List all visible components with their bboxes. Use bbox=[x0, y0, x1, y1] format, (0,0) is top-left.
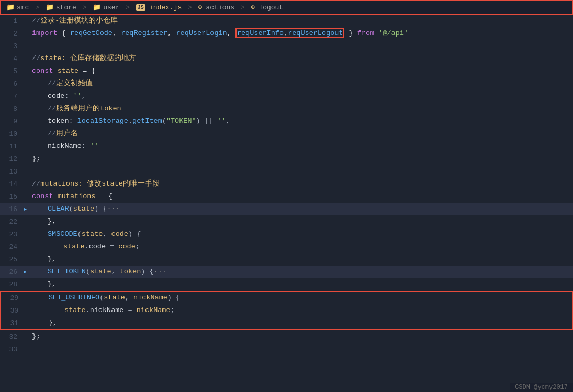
code-line-24: 24 state.code = code; bbox=[0, 240, 573, 253]
code-line-14: 14 //mutations: 修改state的唯一手段 bbox=[0, 178, 573, 190]
code-line-33: 33 bbox=[0, 343, 573, 355]
code-line-13: 13 bbox=[0, 165, 573, 178]
code-line-31: 31 }, bbox=[1, 317, 572, 329]
code-line-3: 3 bbox=[0, 40, 573, 52]
js-icon: JS bbox=[136, 4, 145, 11]
breadcrumb-indexjs[interactable]: JS index.js bbox=[136, 4, 182, 11]
code-line-7: 7 code: '', bbox=[0, 90, 573, 102]
code-line-25: 25 }, bbox=[0, 253, 573, 266]
symbol-icon-1: ⊕ bbox=[198, 3, 203, 11]
breadcrumb: 📁 src > 📁 store > 📁 user > JS index.js >… bbox=[0, 0, 573, 15]
code-line-4: 4 //state: 仓库存储数据的地方 bbox=[0, 52, 573, 65]
code-line-10: 10 //用户名 bbox=[0, 128, 573, 140]
breadcrumb-store[interactable]: 📁 store bbox=[46, 3, 76, 11]
code-editor: 1 //登录-注册模块的小仓库 2 import { reqGetCode, r… bbox=[0, 15, 573, 392]
code-line-11: 11 nickName: '' bbox=[0, 140, 573, 153]
code-line-16: 16 ▶ CLEAR(state) {··· bbox=[0, 203, 573, 215]
code-line-15: 15 const mutations = { bbox=[0, 190, 573, 203]
code-line-23: 23 SMSCODE(state, code) { bbox=[0, 228, 573, 240]
sep-2: > bbox=[78, 4, 91, 11]
code-line-6: 6 //定义初始值 bbox=[0, 77, 573, 90]
folder-icon: 📁 bbox=[6, 3, 15, 11]
folder-icon-2: 📁 bbox=[46, 3, 54, 11]
sep-3: > bbox=[121, 4, 133, 11]
folder-icon-3: 📁 bbox=[93, 3, 101, 11]
code-line-5: 5 const state = { bbox=[0, 65, 573, 77]
code-line-26: 26 ▶ SET_TOKEN(state, token) {··· bbox=[0, 266, 573, 278]
code-line-12: 12 }; bbox=[0, 153, 573, 165]
sep-4: > bbox=[184, 4, 196, 11]
symbol-icon-2: ⊕ bbox=[251, 3, 255, 11]
code-line-30: 30 state.nickName = nickName; bbox=[1, 304, 572, 317]
code-line-2: 2 import { reqGetCode, reqRegister, reqU… bbox=[0, 27, 573, 40]
breadcrumb-actions[interactable]: ⊕ actions bbox=[198, 3, 234, 11]
breadcrumb-logout[interactable]: ⊕ logout bbox=[251, 3, 284, 11]
footer-text: CSDN @ycmy2017 bbox=[515, 384, 568, 391]
code-line-32: 32 }; bbox=[0, 330, 573, 343]
code-line-29: 29 SET_USERINFO(state, nickName) { bbox=[1, 292, 572, 304]
sep-1: > bbox=[31, 4, 43, 11]
highlight-box-userinfo: 29 SET_USERINFO(state, nickName) { 30 st… bbox=[0, 291, 573, 330]
breadcrumb-user[interactable]: 📁 user bbox=[93, 3, 119, 11]
sep-5: > bbox=[237, 4, 249, 11]
code-line-8: 8 //服务端用户的token bbox=[0, 102, 573, 115]
code-line-28: 28 }, bbox=[0, 278, 573, 291]
code-line-9: 9 token: localStorage.getItem("TOKEN") |… bbox=[0, 115, 573, 128]
breadcrumb-src[interactable]: 📁 src bbox=[6, 3, 29, 11]
code-line-1: 1 //登录-注册模块的小仓库 bbox=[0, 15, 573, 27]
footer: CSDN @ycmy2017 bbox=[510, 383, 573, 392]
code-line-22: 22 }, bbox=[0, 215, 573, 228]
